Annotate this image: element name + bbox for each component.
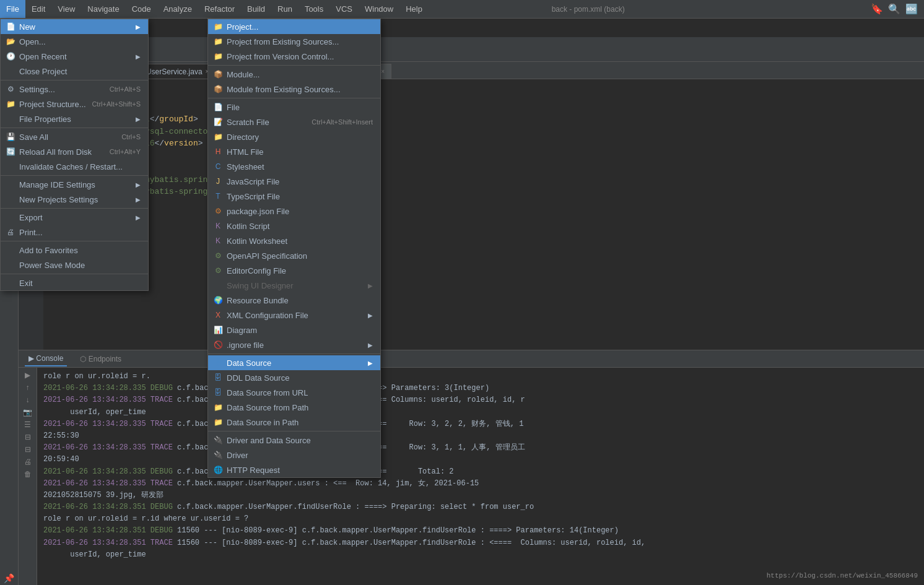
tab-pom[interactable]: 📋 back - pom.xml (back) ×	[21, 64, 127, 79]
console-line-16: userId, oper_time	[43, 549, 918, 561]
console-line-6: 22:55:30	[43, 430, 918, 442]
tab-userservice[interactable]: ☕ UserService.java ×	[127, 64, 216, 79]
menubar-refactor[interactable]: Refactor	[198, 0, 241, 18]
menubar-tools-label: Tools	[305, 4, 323, 14]
console-line-8: 20:59:40	[43, 454, 918, 466]
menubar-view-label: View	[58, 4, 75, 14]
line-numbers: 1213141516 1718192021 2223242526	[19, 62, 43, 350]
sidebar-icon-list[interactable]: ☰	[2, 115, 16, 128]
endpoints-icon: ⬡	[80, 355, 86, 363]
sidebar-icon-print[interactable]: 🖨	[2, 170, 16, 184]
toolbar-debug[interactable]: 🐛	[85, 41, 103, 58]
menubar-view[interactable]: View	[51, 0, 81, 18]
menubar-file[interactable]: File	[0, 0, 25, 18]
console-line-3: 2021-06-26 13:34:28.335 TRACE c.f.back.m…	[43, 394, 918, 406]
tab-usermapperxml-close[interactable]: ×	[381, 68, 385, 75]
endpoints-label: Endpoints	[89, 355, 121, 363]
menubar-edit-label: Edit	[32, 4, 45, 14]
console-icon-print[interactable]: 🖨	[24, 457, 32, 466]
tab-userservice-close[interactable]: ×	[206, 68, 209, 75]
console-icon-up[interactable]: ↑	[26, 383, 30, 392]
menubar-analyze[interactable]: Analyze	[157, 0, 198, 18]
tab-usermapper-label: UserMapper.java	[235, 67, 291, 76]
console-icon-camera[interactable]: 📷	[23, 408, 32, 417]
toolbar-icon-search[interactable]: 🔍	[888, 3, 900, 15]
menubar-help-label: Help	[406, 4, 422, 14]
console-line-14: 2021-06-26 13:34:28.351 DEBUG 11560 --- …	[43, 525, 918, 537]
console-label: Console	[36, 354, 63, 363]
menubar: File Edit View Navigate Code Analyze Ref…	[0, 0, 924, 19]
tab-console[interactable]: ▶ Console	[25, 352, 67, 366]
menubar-run[interactable]: Run	[271, 0, 299, 18]
toolbar-coverage[interactable]: ⊙	[105, 41, 122, 58]
menubar-vcs-label: VCS	[336, 4, 352, 14]
window-title: back - pom.xml (back)	[552, 5, 625, 14]
sidebar-icon-filter2[interactable]: ⊟	[2, 152, 16, 165]
sidebar-icon-camera[interactable]: 📷	[2, 96, 16, 110]
menubar-edit[interactable]: Edit	[25, 0, 51, 18]
sidebar-icon-up[interactable]: ↑	[2, 59, 16, 72]
bottom-tab-bar: ▶ Console ⬡ Endpoints	[19, 350, 924, 368]
sidebar-icon-down[interactable]: ↓	[2, 77, 16, 91]
toolbar-run[interactable]: ▶	[66, 41, 84, 58]
toolbar-icon-translate[interactable]: 🔤	[905, 3, 918, 15]
tab-endpoints[interactable]: ⬡ Endpoints	[76, 352, 125, 366]
console-line-4: userId, oper_time	[43, 407, 918, 418]
tab-usermapperxml-icon: 📋	[312, 67, 321, 76]
menubar-help[interactable]: Help	[399, 0, 429, 18]
tab-usermapper-icon: ☕	[222, 67, 232, 76]
sidebar-icon-filter[interactable]: ⊟	[2, 133, 16, 147]
menubar-window[interactable]: Window	[359, 0, 399, 18]
console-play-icon: ▶	[28, 354, 34, 363]
menubar-refactor-label: Refactor	[204, 4, 235, 14]
sidebar-icon-trash[interactable]: 🗑	[2, 189, 16, 202]
tab-usermapperxml[interactable]: 📋 UserMapper.xml ×	[305, 64, 391, 79]
menubar-window-label: Window	[365, 4, 393, 14]
console-line-5: 2021-06-26 13:34:28.335 TRACE c.f.back.m…	[43, 418, 918, 430]
console-icon-run[interactable]: ▶	[25, 371, 30, 379]
menubar-code-label: Code	[132, 4, 151, 14]
console-line-12: 2021-06-26 13:34:28.351 DEBUG c.f.back.m…	[43, 501, 918, 513]
console-line-13: role r on ur.roleid = r.id where ur.user…	[43, 513, 918, 525]
console-line-7: 2021-06-26 13:34:28.335 TRACE c.f.back.m…	[43, 442, 918, 454]
console-icon-trash[interactable]: 🗑	[24, 470, 32, 479]
tab-userservice-label: UserService.java	[146, 67, 203, 76]
console-line-1: role r on ur.roleid = r.	[43, 371, 918, 383]
code-editor[interactable]: 1213141516 1718192021 2223242526 <versio…	[19, 62, 924, 350]
tab-pom-label: back - pom.xml (back)	[40, 67, 113, 76]
console-icon-minus2[interactable]: ⊟	[25, 445, 31, 454]
console-line-2: 2021-06-26 13:34:28.335 DEBUG c.f.back.m…	[43, 383, 918, 394]
toolbar-forward[interactable]: ▶	[41, 41, 58, 58]
toolbar: ◀ ▶ ▶ 🐛 ⊙	[19, 37, 924, 62]
tab-usermapper-close[interactable]: ×	[294, 68, 298, 75]
tab-pom-icon: 📋	[28, 67, 37, 76]
menubar-code[interactable]: Code	[126, 0, 157, 18]
console-side-icons: ▶ ↑ ↓ 📷 ☰ ⊟ ⊟ 🖨 🗑	[19, 368, 37, 585]
bottom-panel: ▶ Console ⬡ Endpoints ▶ ↑ ↓ 📷 ☰ ⊟ ⊟ 🖨 🗑	[19, 350, 924, 585]
console-line-10: 2021-06-26 13:34:28.335 TRACE c.f.back.m…	[43, 478, 918, 490]
sidebar-icon-run[interactable]: ▶	[2, 40, 16, 54]
menubar-build[interactable]: Build	[241, 0, 271, 18]
menubar-file-label: File	[6, 4, 19, 14]
console-icon-menu[interactable]: ☰	[24, 420, 31, 429]
menubar-vcs[interactable]: VCS	[329, 0, 359, 18]
console-line-9: 2021-06-26 13:34:28.335 DEBUG c.f.back.m…	[43, 466, 918, 478]
tab-usermapper[interactable]: ☕ UserMapper.java ×	[216, 64, 305, 79]
left-sidebar: ▶ ↑ ↓ 📷 ☰ ⊟ ⊟ 🖨 🗑 📌	[0, 37, 19, 585]
editor-area: ▶ ↑ ↓ 📷 ☰ ⊟ ⊟ 🖨 🗑 📌 ◀ ▶ ▶ 🐛 ⊙ 📋 back - p…	[0, 19, 924, 585]
tab-usermapperxml-label: UserMapper.xml	[324, 67, 378, 76]
console-output: role r on ur.roleid = r. 2021-06-26 13:3…	[37, 368, 924, 585]
menubar-build-label: Build	[247, 4, 265, 14]
menubar-navigate[interactable]: Navigate	[81, 0, 125, 18]
toolbar-back[interactable]: ◀	[22, 41, 39, 58]
menubar-analyze-label: Analyze	[163, 4, 192, 14]
menubar-tools[interactable]: Tools	[299, 0, 329, 18]
toolbar-icon-bookmarks[interactable]: 🔖	[871, 3, 883, 15]
tab-pom-close[interactable]: ×	[116, 68, 120, 75]
code-content: <version>1.1.10</version> <groupId>mysql…	[43, 65, 924, 198]
console-icon-minus[interactable]: ⊟	[25, 433, 31, 441]
console-icon-down[interactable]: ↓	[26, 396, 30, 404]
footer-url: https://blog.csdn.net/weixin_45866849	[767, 571, 918, 582]
menubar-run-label: Run	[277, 4, 292, 14]
sidebar-icon-pin[interactable]: 📌	[2, 571, 16, 585]
